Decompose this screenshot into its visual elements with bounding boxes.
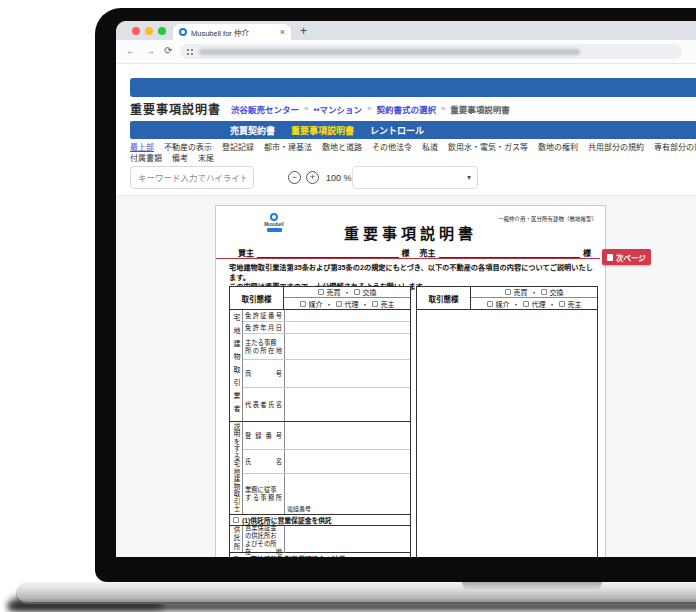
window-controls bbox=[132, 27, 166, 35]
phone-label: 電話番号 bbox=[287, 504, 311, 513]
seller-label: 売主 bbox=[420, 247, 436, 258]
field-value[interactable] bbox=[285, 310, 410, 321]
mode-label: 取引態様 bbox=[417, 287, 471, 309]
close-tab-icon[interactable]: × bbox=[280, 28, 285, 37]
musubell-logo-icon bbox=[270, 213, 278, 221]
address-bar[interactable] bbox=[180, 44, 682, 59]
anchor-link[interactable]: 最上部 bbox=[130, 142, 154, 153]
tab-sales-contract[interactable]: 売買契約書 bbox=[230, 124, 275, 137]
anchor-link[interactable]: 備考 bbox=[172, 153, 188, 164]
field-value[interactable] bbox=[285, 322, 410, 333]
breadcrumb-link[interactable]: 渋谷販売センター bbox=[231, 103, 299, 115]
anchor-link-nav: 最上部 不動産の表示 登記記録 都市・建基法 敷地と道路 その他法令 私道 飲用… bbox=[130, 142, 696, 164]
breadcrumb-row: 重要事項説明書 渋谷販売センター » ••マンション » 契約書式の選択 » 重… bbox=[130, 101, 696, 116]
field-label: 氏名 bbox=[245, 458, 282, 466]
checkbox[interactable] bbox=[318, 289, 324, 295]
new-tab-button[interactable]: + bbox=[300, 24, 307, 38]
close-window-button[interactable] bbox=[132, 27, 140, 35]
anchor-link[interactable]: 不動産の表示 bbox=[164, 142, 212, 153]
section-dropdown[interactable]: ▾ bbox=[352, 166, 478, 189]
anchor-link[interactable]: 共用部分の規約 bbox=[588, 142, 644, 153]
agent-section: 宅地建物取引業者 免許証番号 免許年月日 主たる事務所の所在地 商号 代表者氏名 bbox=[230, 310, 410, 422]
browser-window: Musubell for 仲介 × + ← → ⟳ bbox=[116, 21, 696, 557]
field-label: 主たる事務所の所在地 bbox=[245, 339, 282, 355]
field-label: 業務に従事する事務所 bbox=[245, 486, 282, 502]
forward-icon[interactable]: → bbox=[145, 45, 155, 56]
browser-tab-strip: Musubell for 仲介 × + bbox=[116, 21, 696, 40]
specialist-section: 説明をする宅地建物取引士 登録番号 氏名 業務に従事する事務所 電話番号 bbox=[230, 422, 410, 515]
checkbox[interactable] bbox=[541, 289, 547, 295]
anchor-link[interactable]: 私道 bbox=[422, 142, 438, 153]
zoom-level: 100 % bbox=[326, 173, 352, 183]
reload-icon[interactable]: ⟳ bbox=[164, 45, 172, 56]
field-value[interactable] bbox=[285, 422, 410, 449]
checkbox[interactable] bbox=[233, 556, 239, 558]
tab-title: Musubell for 仲介 bbox=[191, 27, 276, 38]
field-label: 商号 bbox=[245, 370, 282, 378]
anchor-link[interactable]: 専有部分の規約 bbox=[654, 142, 696, 153]
next-page-button[interactable]: 次ページ bbox=[602, 249, 651, 265]
field-label: 登録番号 bbox=[245, 432, 282, 440]
search-input[interactable] bbox=[130, 166, 254, 189]
anchor-link[interactable]: その他法令 bbox=[372, 142, 412, 153]
zoom-out-button[interactable]: − bbox=[288, 171, 301, 184]
field-value[interactable]: 電話番号 bbox=[285, 474, 410, 514]
mode-label: 取引態様 bbox=[230, 287, 284, 309]
field-value[interactable] bbox=[285, 450, 410, 473]
tab-rent-roll[interactable]: レントロール bbox=[370, 124, 424, 137]
buyer-honorific: 様 bbox=[402, 247, 410, 258]
anchor-link[interactable]: 末尾 bbox=[198, 153, 214, 164]
viewer-toolbar: − + 100 % ▾ bbox=[130, 166, 696, 190]
browser-toolbar: ← → ⟳ bbox=[116, 40, 696, 64]
anchor-link[interactable]: 都市・建基法 bbox=[264, 142, 312, 153]
checkbox[interactable] bbox=[523, 301, 529, 307]
document-tab-nav: 売買契約書 重要事項説明書 レントロール bbox=[130, 121, 696, 139]
checkbox[interactable] bbox=[354, 289, 360, 295]
transaction-mode-header: 取引態様 売買 ・ 交換 bbox=[230, 287, 410, 310]
anchor-link[interactable]: 飲用水・電気・ガス等 bbox=[448, 142, 528, 153]
document-title: 重要事項説明書 bbox=[216, 222, 605, 243]
seller-honorific: 様 bbox=[583, 247, 591, 258]
breadcrumb-link[interactable]: 契約書式の選択 bbox=[376, 103, 436, 115]
mode-row-1: 売買 ・ 交換 bbox=[471, 287, 597, 298]
anchor-link[interactable]: 敷地の権利 bbox=[538, 142, 578, 153]
mode-row-2: 媒介 ・ 代理 ・ 売主 bbox=[284, 298, 410, 309]
field-label: 代表者氏名 bbox=[245, 401, 282, 409]
checkbox[interactable] bbox=[336, 301, 342, 307]
anchor-link[interactable]: 付属書類 bbox=[130, 153, 162, 164]
site-info-icon[interactable] bbox=[187, 49, 193, 55]
maximize-window-button[interactable] bbox=[158, 27, 166, 35]
anchor-link[interactable]: 敷地と道路 bbox=[322, 142, 362, 153]
buyer-label: 買主 bbox=[238, 247, 254, 258]
anchor-link[interactable]: 登記記録 bbox=[222, 142, 254, 153]
app-header-bar bbox=[130, 78, 696, 97]
minimize-window-button[interactable] bbox=[145, 27, 153, 35]
second-party-table: 取引態様 売買 ・ 交換 bbox=[416, 286, 598, 557]
checkbox[interactable] bbox=[487, 301, 493, 307]
breadcrumb-current: 重要事項説明書 bbox=[450, 103, 510, 115]
form-tables: 取引態様 売買 ・ 交換 bbox=[229, 286, 598, 557]
checkbox[interactable] bbox=[300, 301, 306, 307]
empty-table-body bbox=[417, 310, 597, 550]
document-viewer: Musubell 一般仲介用・区分所有建物（敷地権型） 重要事項説明書 買主 様… bbox=[116, 195, 696, 557]
browser-tab[interactable]: Musubell for 仲介 × bbox=[173, 24, 291, 40]
checkbox[interactable] bbox=[559, 301, 565, 307]
field-value[interactable] bbox=[285, 526, 410, 553]
field-label: 営業保証金の供託所およびその所在地 bbox=[245, 524, 282, 556]
checkbox[interactable] bbox=[233, 517, 239, 523]
field-value[interactable] bbox=[285, 334, 410, 359]
breadcrumb-separator: » bbox=[304, 104, 308, 113]
chevron-down-icon: ▾ bbox=[467, 173, 471, 182]
tab-important-matters[interactable]: 重要事項説明書 bbox=[291, 124, 354, 137]
field-value[interactable] bbox=[285, 388, 410, 421]
breadcrumb-link[interactable]: ••マンション bbox=[313, 103, 361, 115]
red-divider-line bbox=[216, 258, 600, 259]
agent-table: 取引態様 売買 ・ 交換 bbox=[229, 286, 411, 557]
zoom-in-button[interactable]: + bbox=[306, 171, 319, 184]
breadcrumb-separator: » bbox=[441, 104, 445, 113]
checkbox[interactable] bbox=[505, 289, 511, 295]
depository-section: 供託所 営業保証金の供託所およびその所在地 bbox=[230, 526, 410, 553]
back-icon[interactable]: ← bbox=[126, 45, 136, 56]
field-value[interactable] bbox=[285, 360, 410, 387]
checkbox[interactable] bbox=[372, 301, 378, 307]
